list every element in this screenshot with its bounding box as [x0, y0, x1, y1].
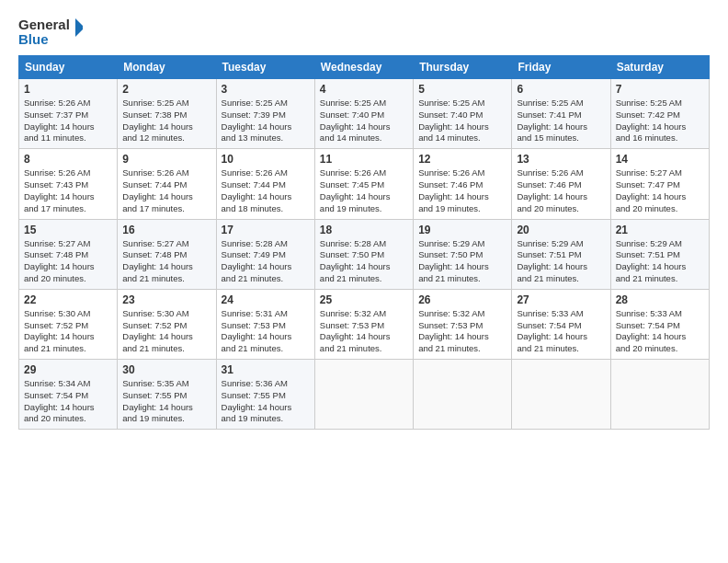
- calendar-cell: 15Sunrise: 5:27 AM Sunset: 7:48 PM Dayli…: [19, 219, 118, 289]
- day-info: Sunrise: 5:26 AM Sunset: 7:37 PM Dayligh…: [24, 98, 112, 144]
- day-number: 27: [517, 293, 605, 306]
- header: General Blue: [18, 15, 710, 48]
- calendar-cell: 17Sunrise: 5:28 AM Sunset: 7:49 PM Dayli…: [216, 219, 314, 289]
- day-info: Sunrise: 5:25 AM Sunset: 7:39 PM Dayligh…: [222, 98, 310, 144]
- calendar-cell: 2Sunrise: 5:25 AM Sunset: 7:38 PM Daylig…: [118, 79, 216, 149]
- calendar-cell: 10Sunrise: 5:26 AM Sunset: 7:44 PM Dayli…: [216, 149, 314, 219]
- calendar-cell: 4Sunrise: 5:25 AM Sunset: 7:40 PM Daylig…: [314, 79, 413, 149]
- day-number: 4: [320, 83, 408, 96]
- day-info: Sunrise: 5:26 AM Sunset: 7:44 PM Dayligh…: [122, 167, 210, 214]
- calendar-cell: 18Sunrise: 5:28 AM Sunset: 7:50 PM Dayli…: [314, 219, 413, 289]
- day-number: 10: [222, 153, 310, 166]
- calendar-cell: 29Sunrise: 5:34 AM Sunset: 7:54 PM Dayli…: [19, 360, 118, 430]
- calendar-week-2: 8Sunrise: 5:26 AM Sunset: 7:43 PM Daylig…: [19, 149, 710, 219]
- calendar-cell: 5Sunrise: 5:25 AM Sunset: 7:40 PM Daylig…: [414, 79, 512, 149]
- calendar-cell: 28Sunrise: 5:33 AM Sunset: 7:54 PM Dayli…: [610, 289, 709, 359]
- day-info: Sunrise: 5:29 AM Sunset: 7:50 PM Dayligh…: [418, 238, 506, 285]
- day-info: Sunrise: 5:32 AM Sunset: 7:53 PM Dayligh…: [320, 308, 408, 355]
- day-info: Sunrise: 5:29 AM Sunset: 7:51 PM Dayligh…: [616, 238, 704, 285]
- day-info: Sunrise: 5:32 AM Sunset: 7:53 PM Dayligh…: [418, 308, 506, 355]
- day-info: Sunrise: 5:27 AM Sunset: 7:47 PM Dayligh…: [616, 167, 704, 214]
- day-info: Sunrise: 5:33 AM Sunset: 7:54 PM Dayligh…: [616, 308, 704, 355]
- day-info: Sunrise: 5:26 AM Sunset: 7:43 PM Dayligh…: [24, 167, 112, 214]
- day-info: Sunrise: 5:25 AM Sunset: 7:40 PM Dayligh…: [320, 98, 408, 144]
- calendar-cell: 6Sunrise: 5:25 AM Sunset: 7:41 PM Daylig…: [512, 79, 610, 149]
- calendar-cell: [512, 360, 610, 430]
- day-number: 21: [616, 224, 704, 236]
- day-info: Sunrise: 5:27 AM Sunset: 7:48 PM Dayligh…: [24, 238, 112, 285]
- svg-text:Blue: Blue: [18, 31, 49, 47]
- day-info: Sunrise: 5:34 AM Sunset: 7:54 PM Dayligh…: [24, 378, 112, 425]
- calendar-cell: 16Sunrise: 5:27 AM Sunset: 7:48 PM Dayli…: [118, 219, 216, 289]
- day-number: 20: [517, 224, 605, 236]
- day-info: Sunrise: 5:33 AM Sunset: 7:54 PM Dayligh…: [517, 308, 605, 355]
- calendar-header-wednesday: Wednesday: [314, 56, 413, 79]
- calendar-header-sunday: Sunday: [19, 56, 118, 79]
- day-number: 5: [418, 83, 506, 96]
- svg-marker-2: [75, 18, 83, 37]
- day-number: 17: [222, 224, 310, 236]
- calendar-header-monday: Monday: [118, 56, 216, 79]
- day-number: 26: [418, 293, 506, 306]
- day-info: Sunrise: 5:26 AM Sunset: 7:46 PM Dayligh…: [517, 167, 605, 214]
- calendar-cell: 30Sunrise: 5:35 AM Sunset: 7:55 PM Dayli…: [118, 360, 216, 430]
- logo: General Blue: [18, 15, 83, 48]
- calendar-cell: 3Sunrise: 5:25 AM Sunset: 7:39 PM Daylig…: [216, 79, 314, 149]
- calendar-cell: 12Sunrise: 5:26 AM Sunset: 7:46 PM Dayli…: [414, 149, 512, 219]
- day-number: 23: [122, 293, 210, 306]
- calendar-week-4: 22Sunrise: 5:30 AM Sunset: 7:52 PM Dayli…: [19, 289, 710, 359]
- calendar-header-saturday: Saturday: [610, 56, 709, 79]
- day-number: 6: [517, 83, 605, 96]
- day-info: Sunrise: 5:27 AM Sunset: 7:48 PM Dayligh…: [122, 238, 210, 285]
- day-info: Sunrise: 5:36 AM Sunset: 7:55 PM Dayligh…: [222, 378, 310, 425]
- day-number: 18: [320, 224, 408, 236]
- calendar-cell: 13Sunrise: 5:26 AM Sunset: 7:46 PM Dayli…: [512, 149, 610, 219]
- svg-text:General: General: [18, 17, 70, 32]
- calendar-cell: 1Sunrise: 5:26 AM Sunset: 7:37 PM Daylig…: [19, 79, 118, 149]
- logo-svg: General Blue: [18, 15, 83, 48]
- calendar-cell: 26Sunrise: 5:32 AM Sunset: 7:53 PM Dayli…: [414, 289, 512, 359]
- day-number: 25: [320, 293, 408, 306]
- day-number: 16: [122, 224, 210, 236]
- day-number: 31: [222, 363, 310, 376]
- day-number: 2: [122, 83, 210, 96]
- day-info: Sunrise: 5:26 AM Sunset: 7:45 PM Dayligh…: [320, 167, 408, 214]
- day-info: Sunrise: 5:28 AM Sunset: 7:49 PM Dayligh…: [222, 238, 310, 285]
- day-number: 9: [122, 153, 210, 166]
- day-number: 8: [24, 153, 112, 166]
- calendar-cell: [414, 360, 512, 430]
- calendar-cell: 7Sunrise: 5:25 AM Sunset: 7:42 PM Daylig…: [610, 79, 709, 149]
- calendar-week-5: 29Sunrise: 5:34 AM Sunset: 7:54 PM Dayli…: [19, 360, 710, 430]
- calendar-cell: 11Sunrise: 5:26 AM Sunset: 7:45 PM Dayli…: [314, 149, 413, 219]
- calendar-cell: 27Sunrise: 5:33 AM Sunset: 7:54 PM Dayli…: [512, 289, 610, 359]
- calendar-header-row: SundayMondayTuesdayWednesdayThursdayFrid…: [19, 56, 710, 79]
- day-number: 29: [24, 363, 112, 376]
- day-number: 12: [418, 153, 506, 166]
- day-info: Sunrise: 5:30 AM Sunset: 7:52 PM Dayligh…: [24, 308, 112, 355]
- day-number: 3: [222, 83, 310, 96]
- day-info: Sunrise: 5:25 AM Sunset: 7:38 PM Dayligh…: [122, 98, 210, 144]
- day-number: 14: [616, 153, 704, 166]
- calendar-cell: 14Sunrise: 5:27 AM Sunset: 7:47 PM Dayli…: [610, 149, 709, 219]
- calendar-cell: 31Sunrise: 5:36 AM Sunset: 7:55 PM Dayli…: [216, 360, 314, 430]
- calendar-cell: 24Sunrise: 5:31 AM Sunset: 7:53 PM Dayli…: [216, 289, 314, 359]
- calendar-week-1: 1Sunrise: 5:26 AM Sunset: 7:37 PM Daylig…: [19, 79, 710, 149]
- calendar-cell: 25Sunrise: 5:32 AM Sunset: 7:53 PM Dayli…: [314, 289, 413, 359]
- calendar-header-thursday: Thursday: [414, 56, 512, 79]
- day-number: 7: [616, 83, 704, 96]
- calendar-cell: [610, 360, 709, 430]
- calendar-cell: 23Sunrise: 5:30 AM Sunset: 7:52 PM Dayli…: [118, 289, 216, 359]
- day-info: Sunrise: 5:25 AM Sunset: 7:41 PM Dayligh…: [517, 98, 605, 144]
- day-info: Sunrise: 5:31 AM Sunset: 7:53 PM Dayligh…: [222, 308, 310, 355]
- calendar-cell: 9Sunrise: 5:26 AM Sunset: 7:44 PM Daylig…: [118, 149, 216, 219]
- day-number: 19: [418, 224, 506, 236]
- day-number: 1: [24, 83, 112, 96]
- calendar-cell: [314, 360, 413, 430]
- day-info: Sunrise: 5:35 AM Sunset: 7:55 PM Dayligh…: [122, 378, 210, 425]
- day-info: Sunrise: 5:30 AM Sunset: 7:52 PM Dayligh…: [122, 308, 210, 355]
- day-number: 13: [517, 153, 605, 166]
- calendar-cell: 19Sunrise: 5:29 AM Sunset: 7:50 PM Dayli…: [414, 219, 512, 289]
- calendar-table: SundayMondayTuesdayWednesdayThursdayFrid…: [18, 55, 710, 430]
- day-info: Sunrise: 5:25 AM Sunset: 7:42 PM Dayligh…: [616, 98, 704, 144]
- day-number: 24: [222, 293, 310, 306]
